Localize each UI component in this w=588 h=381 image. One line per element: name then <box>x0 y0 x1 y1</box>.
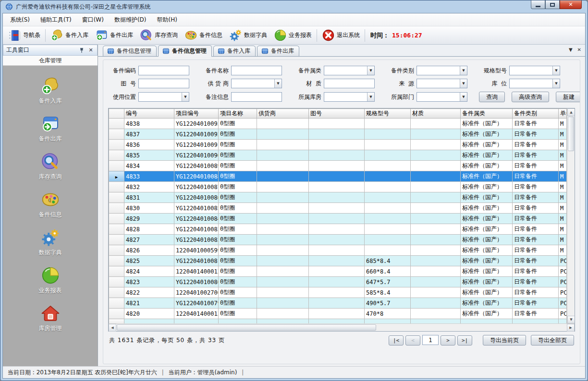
table-row[interactable]: 4836YG122040100910型圈标准件（国产）日常备件M <box>109 140 567 150</box>
cell-备件属类[interactable]: 标准件（国产） <box>461 235 513 245</box>
cell-项目名称[interactable]: 0型圈 <box>219 277 257 287</box>
row-selector[interactable] <box>109 182 124 192</box>
cell-材质[interactable] <box>411 235 461 245</box>
scroll-up-icon[interactable]: ▲ <box>567 108 575 116</box>
cell-供货商[interactable] <box>257 235 309 245</box>
cell-备件类别[interactable]: 日常备件 <box>513 203 559 214</box>
cell-备件类别[interactable]: 日常备件 <box>513 161 559 171</box>
cell-材质[interactable] <box>411 129 461 140</box>
toolbar-button-导航条[interactable]: 导航条 <box>5 27 44 43</box>
cell-编号[interactable]: 4821 <box>124 298 174 309</box>
combo-select-备件类别[interactable]: ▼ <box>416 66 467 75</box>
cell-供货商[interactable] <box>257 287 309 298</box>
cell-供货商[interactable] <box>257 245 309 256</box>
cell-规格型号[interactable] <box>365 129 411 140</box>
minimize-button[interactable] <box>531 0 545 9</box>
cell-供货商[interactable] <box>257 266 309 277</box>
sidebar-item-数据字典[interactable]: 数据字典 <box>3 228 98 257</box>
toolbar-button-备件出库[interactable]: 备件出库 <box>92 27 136 43</box>
cell-项目名称[interactable]: 0型圈 <box>219 287 257 298</box>
table-row[interactable]: 4829YG122040100840型圈标准件（国产）日常备件M <box>109 214 567 224</box>
cell-项目名称[interactable]: 0型圈 <box>219 214 257 224</box>
cell-备件属类[interactable]: 标准件（国产） <box>461 171 513 182</box>
row-selector[interactable] <box>109 266 124 277</box>
page-nav->|[interactable]: >| <box>457 335 472 345</box>
cell-备件类别[interactable]: 日常备件 <box>513 235 559 245</box>
cell-备件属类[interactable]: 标准件（国产） <box>461 309 513 319</box>
cell-图号[interactable] <box>309 192 365 203</box>
cell-项目名称[interactable]: 0型圈 <box>219 140 257 150</box>
cell-项目编号[interactable]: YG12204010083 <box>174 224 219 235</box>
combo-select-供货商[interactable]: ▼ <box>231 79 282 88</box>
cell-规格型号[interactable] <box>365 150 411 161</box>
cell-规格型号[interactable] <box>365 171 411 182</box>
combo-arrow-icon[interactable]: ▼ <box>367 93 374 101</box>
table-row[interactable]: 4834YG122040100890型圈标准件（国产）日常备件M <box>109 161 567 171</box>
text-input-备件名称[interactable] <box>231 66 282 75</box>
cell-项目名称[interactable]: 0型圈 <box>219 171 257 182</box>
row-selector[interactable] <box>109 256 124 266</box>
table-row[interactable]: 4821YG122040100790型圈490*5.7标准件（国产）日常备件PC <box>109 298 567 309</box>
cell-规格型号[interactable] <box>365 214 411 224</box>
cell-图号[interactable] <box>309 150 365 161</box>
cell-项目编号[interactable]: YG12204010093 <box>174 119 219 129</box>
tab-close-icon[interactable]: ✕ <box>577 47 581 53</box>
cell-备件属类[interactable]: 标准件（国产） <box>461 129 513 140</box>
cell-编号[interactable]: 4824 <box>124 266 174 277</box>
cell-项目编号[interactable]: YG12204010092 <box>174 129 219 140</box>
cell-备件类别[interactable]: 日常备件 <box>513 277 559 287</box>
cell-单位[interactable]: PC <box>559 256 567 266</box>
menu-item-帮助(H)[interactable]: 帮助(H) <box>152 14 183 26</box>
cell-供货商[interactable] <box>257 214 309 224</box>
cell-备件属类[interactable]: 标准件（国产） <box>461 203 513 214</box>
cell-规格型号[interactable] <box>365 119 411 129</box>
combo-arrow-icon[interactable]: ▼ <box>460 66 467 75</box>
cell-项目编号[interactable]: YG12204010085 <box>174 203 219 214</box>
cell-备件类别[interactable]: 日常备件 <box>513 256 559 266</box>
cell-材质[interactable] <box>411 287 461 298</box>
column-header-备件属类[interactable]: 备件属类 <box>461 109 513 119</box>
table-row[interactable]: 4828YG122040100830型圈标准件（国产）日常备件M <box>109 224 567 235</box>
cell-规格型号[interactable] <box>365 140 411 150</box>
cell-供货商[interactable] <box>257 129 309 140</box>
cell-编号[interactable]: 4832 <box>124 182 174 192</box>
sidebar-item-库房管理[interactable]: 库房管理 <box>3 304 98 333</box>
cell-项目名称[interactable]: 0型圈 <box>219 150 257 161</box>
vscroll-track[interactable] <box>567 152 575 316</box>
cell-备件属类[interactable]: 标准件（国产） <box>461 192 513 203</box>
cell-供货商[interactable] <box>257 309 309 319</box>
cell-材质[interactable] <box>411 277 461 287</box>
text-input-图号[interactable] <box>138 79 189 88</box>
menu-item-数据维护(D)[interactable]: 数据维护(D) <box>109 14 152 26</box>
cell-供货商[interactable] <box>257 140 309 150</box>
cell-单位[interactable]: M <box>559 245 567 256</box>
cell-项目编号[interactable]: 1220401002700 <box>174 287 219 298</box>
combo-arrow-icon[interactable]: ▼ <box>460 79 467 88</box>
combo-select-所属库房[interactable]: ▼ <box>324 92 375 102</box>
cell-图号[interactable] <box>309 171 365 182</box>
tab-备件出库[interactable]: 备件出库 <box>257 46 299 56</box>
table-row[interactable]: 4825YG122040100810型圈685*8.4标准件（国产）日常备件PC <box>109 256 567 266</box>
combo-select-来源[interactable]: ▼ <box>416 79 467 88</box>
cell-备件类别[interactable]: 日常备件 <box>513 266 559 277</box>
cell-备件属类[interactable]: 标准件（国产） <box>461 214 513 224</box>
cell-材质[interactable] <box>411 182 461 192</box>
table-row[interactable]: 4827YG122040100820型圈标准件（国产）日常备件M <box>109 235 567 245</box>
hscroll-thumb[interactable] <box>117 324 376 331</box>
table-row[interactable]: 4832YG122040100870型圈标准件（国产）日常备件M <box>109 182 567 192</box>
sidebar-close-icon[interactable]: ✕ <box>87 47 94 54</box>
cell-供货商[interactable] <box>257 224 309 235</box>
cell-备件类别[interactable]: 日常备件 <box>513 309 559 319</box>
table-row[interactable]: 4831YG122040100860型圈标准件（国产）日常备件M <box>109 192 567 203</box>
cell-备件属类[interactable]: 标准件（国产） <box>461 266 513 277</box>
vertical-scrollbar[interactable]: ▲ ▼ <box>567 108 575 323</box>
cell-供货商[interactable] <box>257 256 309 266</box>
combo-arrow-icon[interactable]: ▼ <box>182 93 189 101</box>
tab-备件信息管理[interactable]: 备件信息管理 <box>103 46 157 56</box>
cell-编号[interactable]: 4830 <box>124 203 174 214</box>
hscroll-track[interactable] <box>377 324 567 331</box>
cell-编号[interactable]: 4822 <box>124 287 174 298</box>
cell-规格型号[interactable] <box>365 224 411 235</box>
table-row[interactable]: 4823YG122040100800型圈647*5.7标准件（国产）日常备件PC <box>109 277 567 287</box>
cell-项目名称[interactable]: 0型圈 <box>219 266 257 277</box>
